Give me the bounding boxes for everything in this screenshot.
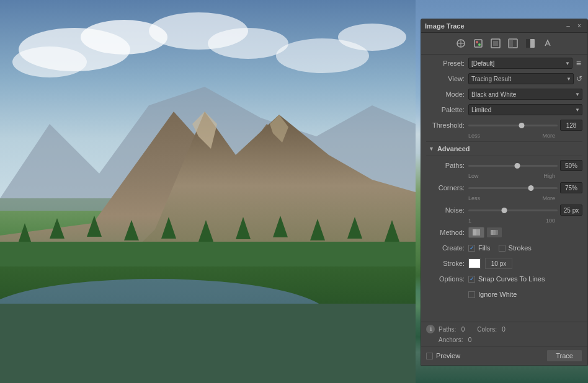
noise-control: 25 px	[468, 205, 582, 216]
paths-hint-left: Low	[468, 173, 479, 179]
create-row: Create: Fills Strokes	[426, 242, 582, 254]
create-label: Create:	[426, 244, 468, 252]
paths-stat-value: 0	[461, 326, 465, 333]
palette-label: Palette:	[426, 106, 468, 113]
threshold-thumb[interactable]	[519, 123, 525, 128]
anchors-stat-row: Anchors: 0	[421, 336, 587, 346]
close-button[interactable]: ×	[575, 22, 584, 30]
svg-marker-14	[0, 242, 416, 266]
mode-select[interactable]: Black and White	[468, 89, 582, 100]
threshold-control: 128	[468, 120, 582, 131]
advanced-arrow-icon: ▼	[429, 146, 434, 152]
info-stats: Paths: 0 Colors: 0	[439, 326, 582, 333]
corners-slider[interactable]	[468, 187, 558, 189]
panel-footer: Preview Trace	[421, 346, 587, 365]
threshold-value: 128	[560, 120, 582, 131]
options-row: Options: Snap Curves To Lines	[426, 273, 582, 285]
paths-thumb[interactable]	[515, 163, 520, 169]
stroke-row: Stroke:	[426, 257, 582, 270]
noise-slider[interactable]	[468, 209, 558, 211]
low-color-icon[interactable]	[488, 37, 504, 50]
threshold-hint-right: More	[542, 133, 555, 139]
corners-thumb[interactable]	[528, 185, 533, 191]
paths-slider[interactable]	[468, 165, 558, 167]
preset-select[interactable]: [Default]	[468, 58, 572, 69]
ignore-white-control: Ignore White	[468, 291, 582, 298]
high-color-icon[interactable]	[470, 37, 486, 50]
preset-control: [Default] ▼ ≡	[468, 58, 582, 69]
strokes-checkbox[interactable]	[499, 245, 506, 252]
paths-row: Paths: 50%	[426, 159, 582, 172]
image-trace-panel: Image Trace – × Preset:	[421, 19, 588, 366]
refresh-icon[interactable]: ↺	[576, 74, 582, 83]
colors-stat-label: Colors:	[477, 326, 497, 333]
mode-dropdown-wrapper: Black and White ▼	[468, 89, 582, 100]
panel-titlebar: Image Trace – ×	[421, 19, 587, 33]
auto-color-icon[interactable]	[453, 37, 469, 50]
preview-label: Preview	[436, 352, 460, 359]
method-control	[468, 227, 582, 238]
corners-control: 75%	[468, 182, 582, 193]
stroke-input[interactable]	[485, 258, 512, 269]
threshold-slider[interactable]	[468, 125, 558, 126]
corners-hint-left: Less	[468, 195, 480, 201]
colors-stat: Colors: 0	[477, 326, 506, 333]
svg-point-3	[12, 46, 87, 77]
threshold-hints: Less More	[426, 133, 582, 139]
mode-label: Mode:	[426, 90, 468, 98]
view-select[interactable]: Tracing Result	[468, 73, 574, 84]
stroke-swatch[interactable]	[468, 258, 481, 268]
noise-thumb[interactable]	[501, 208, 507, 213]
outline-icon[interactable]	[540, 37, 556, 50]
svg-point-7	[338, 24, 406, 51]
preview-checkbox[interactable]	[426, 353, 433, 359]
info-symbol: ℹ	[430, 326, 432, 332]
palette-select[interactable]: Limited	[468, 104, 582, 115]
method-abutting-button[interactable]	[468, 227, 484, 238]
fills-label: Fills	[478, 244, 491, 252]
trace-button[interactable]: Trace	[546, 350, 582, 362]
mode-row: Mode: Black and White ▼	[426, 88, 582, 100]
panel-content: Preset: [Default] ▼ ≡ View: Tracing Resu…	[421, 55, 587, 322]
grayscale-icon[interactable]	[505, 37, 521, 50]
options-label: Options:	[426, 275, 468, 283]
preset-dropdown-wrapper: [Default] ▼	[468, 58, 572, 69]
noise-label: Noise:	[426, 206, 468, 214]
corners-hints: Less More	[426, 195, 582, 201]
info-bar: ℹ Paths: 0 Colors: 0	[421, 322, 587, 336]
noise-hint-right: 100	[546, 218, 555, 224]
threshold-label: Threshold:	[426, 121, 468, 129]
svg-rect-39	[473, 229, 476, 236]
anchors-stat: Anchors: 0	[439, 337, 471, 343]
threshold-hint-left: Less	[468, 133, 480, 139]
noise-row: Noise: 25 px	[426, 204, 582, 216]
svg-rect-38	[526, 39, 530, 48]
paths-value: 50%	[560, 160, 582, 171]
icon-toolbar	[421, 33, 587, 55]
mode-control: Black and White ▼	[468, 89, 582, 100]
preview-row: Preview	[426, 352, 541, 359]
snap-curves-checkbox[interactable]	[468, 276, 475, 283]
corners-row: Corners: 75%	[426, 182, 582, 194]
svg-rect-30	[474, 40, 482, 47]
svg-rect-28	[0, 304, 416, 383]
ignore-white-checkbox[interactable]	[468, 291, 475, 298]
svg-point-31	[476, 41, 478, 43]
method-overlapping-button[interactable]	[486, 227, 502, 238]
snap-curves-label: Snap Curves To Lines	[478, 275, 545, 283]
advanced-label: Advanced	[437, 145, 470, 152]
palette-row: Palette: Limited ▼	[426, 103, 582, 116]
noise-hint-left: 1	[468, 218, 471, 224]
method-row: Method:	[426, 226, 582, 239]
paths-stat: Paths: 0	[439, 326, 465, 333]
method-label: Method:	[426, 229, 468, 236]
black-white-icon[interactable]	[522, 37, 538, 50]
fills-checkbox[interactable]	[468, 245, 475, 252]
paths-label: Paths:	[426, 162, 468, 169]
stroke-control	[468, 258, 582, 269]
preset-menu-button[interactable]: ≡	[575, 58, 582, 68]
corners-label: Corners:	[426, 184, 468, 192]
view-control: Tracing Result ▼ ↺	[468, 73, 582, 84]
minimize-button[interactable]: –	[564, 22, 572, 30]
advanced-section-header[interactable]: ▼ Advanced	[426, 141, 582, 156]
